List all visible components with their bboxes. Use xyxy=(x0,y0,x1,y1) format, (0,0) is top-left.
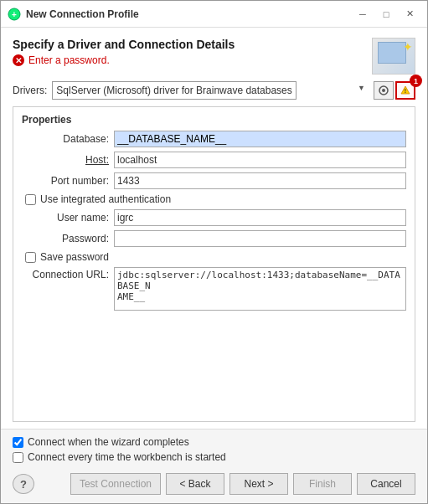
svg-point-3 xyxy=(382,89,385,92)
connect-wizard-label: Connect when the wizard completes xyxy=(28,436,189,448)
help-button[interactable]: ? xyxy=(13,474,34,494)
header-image xyxy=(372,38,415,75)
next-button[interactable]: Next > xyxy=(229,473,288,495)
driver-row: Drivers: SqlServer (Microsoft) driver fo… xyxy=(13,81,415,100)
window-controls: ─ □ ✕ xyxy=(352,5,420,23)
main-window: + New Connection Profile ─ □ ✕ Specify a… xyxy=(0,0,428,504)
button-bar: ? Test Connection < Back Next > Finish C… xyxy=(1,466,427,503)
svg-text:+: + xyxy=(12,10,17,19)
url-textarea[interactable]: jdbc:sqlserver://localhost:1433;database… xyxy=(114,267,406,311)
title-bar: + New Connection Profile ─ □ ✕ xyxy=(1,1,427,28)
save-password-checkbox[interactable] xyxy=(25,252,36,263)
minimize-button[interactable]: ─ xyxy=(352,5,374,23)
connect-workbench-label: Connect every time the workbench is star… xyxy=(28,451,226,463)
auth-row: Use integrated authentication xyxy=(22,193,406,205)
error-text: Enter a password. xyxy=(28,54,110,66)
url-row: Connection URL: jdbc:sqlserver://localho… xyxy=(22,267,406,313)
bottom-section: Connect when the wizard completes Connec… xyxy=(1,429,427,466)
port-input[interactable] xyxy=(114,172,406,189)
database-label: Database: xyxy=(22,133,114,145)
password-input[interactable] xyxy=(114,230,406,247)
username-label: User name: xyxy=(22,212,114,224)
connect-wizard-checkbox[interactable] xyxy=(13,437,23,448)
window-icon: + xyxy=(8,8,21,21)
password-label: Password: xyxy=(22,233,114,244)
host-row: Host: xyxy=(22,152,406,168)
page-title: Specify a Driver and Connection Details xyxy=(13,38,372,51)
driver-label: Drivers: xyxy=(13,85,47,96)
database-row: Database: xyxy=(22,131,406,147)
host-label: Host: xyxy=(22,154,114,166)
badge: 1 xyxy=(410,75,422,87)
properties-title: Properties xyxy=(22,114,406,126)
back-button[interactable]: < Back xyxy=(166,473,224,495)
save-password-label: Save password xyxy=(40,251,109,263)
driver-settings-button[interactable] xyxy=(374,81,394,100)
username-input[interactable] xyxy=(114,209,406,226)
driver-select[interactable]: SqlServer (Microsoft) driver for Brainwa… xyxy=(52,81,297,100)
url-label: Connection URL: xyxy=(22,267,114,280)
close-button[interactable]: ✕ xyxy=(399,5,420,23)
window-title: New Connection Profile xyxy=(26,8,352,20)
host-input[interactable] xyxy=(114,152,406,168)
finish-button[interactable]: Finish xyxy=(293,473,352,495)
driver-select-wrapper: SqlServer (Microsoft) driver for Brainwa… xyxy=(52,81,369,100)
connect-workbench-checkbox[interactable] xyxy=(13,452,23,463)
auth-checkbox[interactable] xyxy=(25,194,36,205)
connect-workbench-row: Connect every time the workbench is star… xyxy=(13,451,415,463)
header-section: Specify a Driver and Connection Details … xyxy=(13,38,415,75)
content-area: Specify a Driver and Connection Details … xyxy=(1,28,427,429)
error-message: ✕ Enter a password. xyxy=(13,54,372,66)
driver-warning-wrapper: ! 1 xyxy=(395,81,415,100)
cancel-button[interactable]: Cancel xyxy=(357,473,415,495)
header-text: Specify a Driver and Connection Details … xyxy=(13,38,372,66)
save-password-row: Save password xyxy=(22,251,406,263)
password-row: Password: xyxy=(22,230,406,247)
username-row: User name: xyxy=(22,209,406,226)
port-row: Port number: xyxy=(22,172,406,189)
url-textarea-wrapper: jdbc:sqlserver://localhost:1433;database… xyxy=(114,267,406,313)
driver-buttons: ! 1 xyxy=(374,81,415,100)
test-connection-button[interactable]: Test Connection xyxy=(70,473,161,495)
database-input[interactable] xyxy=(114,131,406,147)
svg-text:!: ! xyxy=(405,88,406,94)
connect-wizard-row: Connect when the wizard completes xyxy=(13,436,415,448)
properties-section: Properties Database: Host: Port number: … xyxy=(13,106,415,422)
maximize-button[interactable]: □ xyxy=(375,5,397,23)
port-label: Port number: xyxy=(22,175,114,187)
auth-label: Use integrated authentication xyxy=(40,193,171,205)
error-icon: ✕ xyxy=(13,54,24,66)
